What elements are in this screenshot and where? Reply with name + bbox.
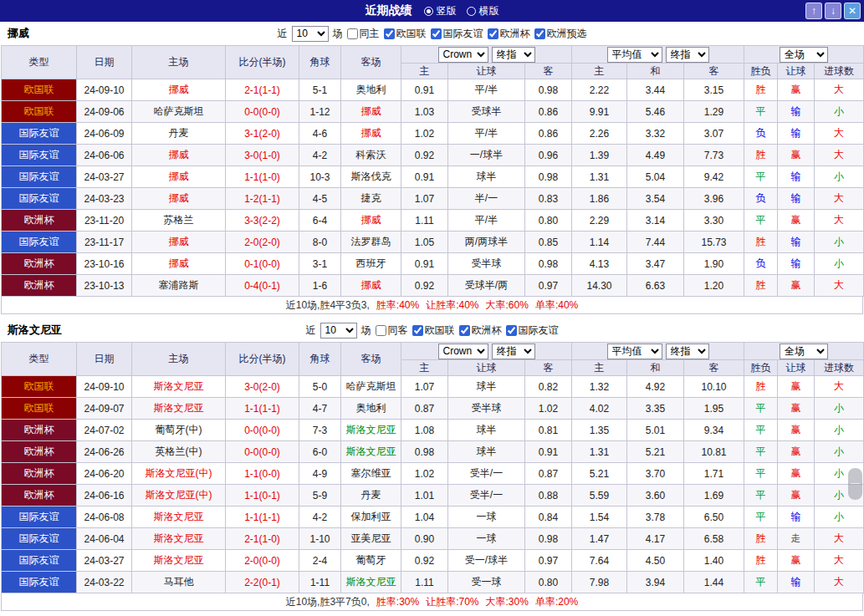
cell-away-team[interactable]: 哈萨克斯坦 bbox=[341, 376, 401, 398]
cell-score[interactable]: 0-0(0-0) bbox=[226, 420, 299, 441]
cell-away-team[interactable]: 捷克 bbox=[341, 188, 401, 210]
cell-home-team[interactable]: 英格兰(中) bbox=[132, 441, 226, 463]
cell-home-team[interactable]: 挪威 bbox=[132, 145, 226, 166]
cell-away-team[interactable]: 奥地利 bbox=[341, 79, 401, 101]
cell-away-team[interactable]: 挪威 bbox=[341, 101, 401, 123]
cell-score[interactable]: 0-1(0-0) bbox=[226, 253, 299, 275]
competition-filter-checkbox[interactable] bbox=[534, 28, 545, 39]
competition-filter[interactable]: 欧国联 bbox=[384, 27, 427, 41]
cell-away-team[interactable]: 亚美尼亚 bbox=[341, 528, 401, 550]
cell-score[interactable]: 1-1(1-1) bbox=[226, 507, 299, 528]
avg-odds-select[interactable]: 平均值 bbox=[607, 344, 662, 359]
cell-score[interactable]: 1-1(1-0) bbox=[226, 166, 299, 188]
competition-filter-checkbox[interactable] bbox=[412, 325, 423, 336]
competition-filter[interactable]: 欧国联 bbox=[412, 323, 455, 338]
recent-count-select[interactable]: 10 bbox=[320, 323, 357, 339]
cell-score[interactable]: 0-0(0-0) bbox=[226, 101, 299, 123]
competition-filter[interactable]: 欧洲预选 bbox=[534, 27, 587, 41]
cell-away-team[interactable]: 挪威 bbox=[341, 210, 401, 232]
competition-filter-checkbox[interactable] bbox=[384, 28, 395, 39]
cell-score[interactable]: 1-1(0-0) bbox=[226, 463, 299, 485]
cell-away-team[interactable]: 丹麦 bbox=[341, 485, 401, 507]
cell-home-team[interactable]: 斯洛文尼亚 bbox=[132, 398, 226, 420]
avg-odds-select[interactable]: 平均值 bbox=[607, 47, 662, 63]
recent-count-select[interactable]: 10 bbox=[292, 26, 329, 42]
cell-score[interactable]: 2-0(2-0) bbox=[226, 232, 299, 253]
final-odds-select-2[interactable]: 终指 bbox=[666, 47, 709, 63]
radio-icon[interactable] bbox=[424, 7, 433, 16]
scroll-up-button[interactable]: ↑ bbox=[805, 3, 822, 19]
cell-result-handicap: 输 bbox=[778, 253, 815, 275]
floating-scroll-widget[interactable] bbox=[848, 468, 862, 500]
cell-home-team[interactable]: 挪威 bbox=[132, 188, 226, 210]
cell-score[interactable]: 3-3(2-2) bbox=[226, 210, 299, 232]
same-venue-filter[interactable]: 同主 bbox=[347, 27, 380, 41]
cell-home-team[interactable]: 苏格兰 bbox=[132, 210, 226, 232]
cell-away-team[interactable]: 斯洛伐克 bbox=[341, 166, 401, 188]
cell-away-team[interactable]: 保加利亚 bbox=[341, 507, 401, 528]
cell-score[interactable]: 3-1(2-0) bbox=[226, 123, 299, 145]
cell-home-team[interactable]: 塞浦路斯 bbox=[132, 275, 226, 297]
fulltime-select[interactable]: 全场 bbox=[780, 344, 828, 359]
cell-away-team[interactable]: 斯洛文尼亚 bbox=[341, 572, 401, 593]
cell-home-team[interactable]: 马耳他 bbox=[132, 572, 226, 593]
fulltime-select[interactable]: 全场 bbox=[780, 47, 828, 63]
cell-away-team[interactable]: 挪威 bbox=[341, 123, 401, 145]
cell-home-team[interactable]: 挪威 bbox=[132, 79, 226, 101]
odds-source-select[interactable]: Crown bbox=[438, 47, 488, 63]
cell-away-team[interactable]: 法罗群岛 bbox=[341, 232, 401, 253]
same-venue-filter-checkbox[interactable] bbox=[376, 325, 386, 336]
layout-option[interactable]: 竖版 bbox=[424, 4, 457, 18]
cell-away-team[interactable]: 塞尔维亚 bbox=[341, 463, 401, 485]
cell-home-team[interactable]: 丹麦 bbox=[132, 123, 226, 145]
cell-home-team[interactable]: 挪威 bbox=[132, 166, 226, 188]
competition-filter-checkbox[interactable] bbox=[506, 325, 517, 336]
final-odds-select[interactable]: 终指 bbox=[492, 344, 535, 359]
competition-filter[interactable]: 欧洲杯 bbox=[459, 323, 502, 338]
competition-filter[interactable]: 国际友谊 bbox=[506, 323, 559, 338]
cell-away-team[interactable]: 斯洛文尼亚 bbox=[341, 441, 401, 463]
cell-score[interactable]: 3-0(2-0) bbox=[226, 376, 299, 398]
cell-score[interactable]: 1-1(1-1) bbox=[226, 398, 299, 420]
cell-away-team[interactable]: 科索沃 bbox=[341, 145, 401, 166]
cell-home-team[interactable]: 挪威 bbox=[132, 232, 226, 253]
final-odds-select[interactable]: 终指 bbox=[492, 47, 535, 63]
cell-home-team[interactable]: 斯洛文尼亚(中) bbox=[132, 463, 226, 485]
scroll-down-button[interactable]: ↓ bbox=[825, 3, 841, 19]
odds-group-header: Crown 终指 bbox=[401, 343, 572, 360]
cell-home-team[interactable]: 斯洛文尼亚(中) bbox=[132, 485, 226, 507]
cell-away-team[interactable]: 西班牙 bbox=[341, 253, 401, 275]
odds-source-select[interactable]: Crown bbox=[438, 344, 488, 359]
cell-away-team[interactable]: 奥地利 bbox=[341, 398, 401, 420]
final-odds-select-2[interactable]: 终指 bbox=[666, 344, 709, 359]
close-icon[interactable]: ✕ bbox=[844, 3, 861, 19]
cell-home-team[interactable]: 斯洛文尼亚 bbox=[132, 507, 226, 528]
same-venue-filter[interactable]: 同客 bbox=[376, 323, 408, 338]
cell-score[interactable]: 1-1(0-1) bbox=[226, 485, 299, 507]
competition-filter-checkbox[interactable] bbox=[488, 28, 498, 39]
competition-filter[interactable]: 国际友谊 bbox=[431, 27, 483, 41]
cell-away-team[interactable]: 挪威 bbox=[341, 275, 401, 297]
cell-home-team[interactable]: 斯洛文尼亚 bbox=[132, 376, 226, 398]
cell-score[interactable]: 2-1(1-1) bbox=[226, 79, 299, 101]
cell-score[interactable]: 0-4(0-1) bbox=[226, 275, 299, 297]
cell-score[interactable]: 2-2(0-1) bbox=[226, 572, 299, 593]
cell-score[interactable]: 0-0(0-0) bbox=[226, 441, 299, 463]
cell-away-team[interactable]: 葡萄牙 bbox=[341, 550, 401, 572]
cell-home-team[interactable]: 葡萄牙(中) bbox=[132, 420, 226, 441]
cell-score[interactable]: 2-1(1-0) bbox=[226, 528, 299, 550]
radio-icon[interactable] bbox=[467, 7, 476, 16]
competition-filter[interactable]: 欧洲杯 bbox=[488, 27, 530, 41]
cell-home-team[interactable]: 挪威 bbox=[132, 253, 226, 275]
layout-option[interactable]: 横版 bbox=[467, 4, 499, 18]
cell-home-team[interactable]: 哈萨克斯坦 bbox=[132, 101, 226, 123]
same-venue-filter-checkbox[interactable] bbox=[347, 28, 358, 39]
cell-score[interactable]: 3-0(1-0) bbox=[226, 145, 299, 166]
competition-filter-checkbox[interactable] bbox=[459, 325, 470, 336]
cell-score[interactable]: 2-0(0-0) bbox=[226, 550, 299, 572]
competition-filter-checkbox[interactable] bbox=[431, 28, 442, 39]
cell-score[interactable]: 1-2(1-1) bbox=[226, 188, 299, 210]
cell-away-team[interactable]: 斯洛文尼亚 bbox=[341, 420, 401, 441]
cell-home-team[interactable]: 斯洛文尼亚 bbox=[132, 550, 226, 572]
cell-home-team[interactable]: 斯洛文尼亚 bbox=[132, 528, 226, 550]
